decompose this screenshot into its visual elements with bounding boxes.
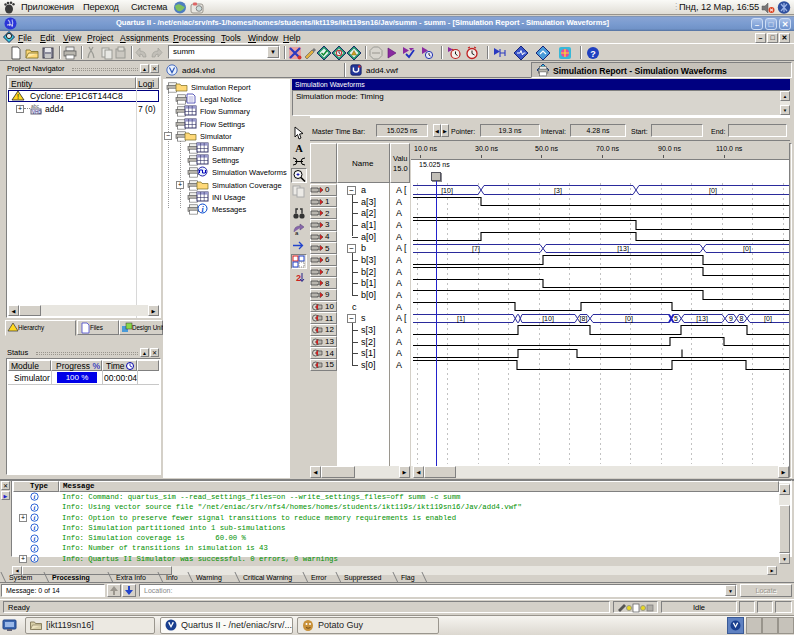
svg-text:[10]: [10]: [542, 315, 554, 323]
svg-text:[0]: [0]: [625, 315, 633, 323]
svg-text:i: i: [34, 556, 36, 563]
svg-text:[7]: [7]: [472, 245, 480, 253]
svg-text:[0]: [0]: [709, 187, 717, 195]
svg-text:i: i: [34, 545, 36, 552]
svg-text:[13]: [13]: [696, 315, 708, 323]
svg-text:[13]: [13]: [617, 245, 629, 253]
svg-text:i: i: [34, 504, 36, 511]
svg-text:VHD: VHD: [32, 110, 42, 115]
svg-text:9: 9: [729, 315, 733, 322]
svg-text:!: !: [17, 93, 19, 100]
svg-text:i: i: [34, 514, 36, 521]
svg-text:[1]: [1]: [457, 315, 465, 323]
svg-text:[8]: [8]: [580, 315, 588, 323]
svg-text:i: i: [34, 525, 36, 532]
svg-text:[0]: [0]: [743, 245, 751, 253]
svg-text:[3]: [3]: [554, 187, 562, 195]
svg-text:[0]: [0]: [764, 315, 772, 323]
svg-text:A: A: [295, 143, 303, 154]
svg-text:8: 8: [740, 315, 744, 322]
svg-text:[10]: [10]: [441, 187, 453, 195]
svg-text:?: ?: [590, 49, 596, 59]
svg-text:5: 5: [674, 315, 678, 322]
svg-text:a: a: [295, 230, 299, 236]
svg-text:abc: abc: [31, 103, 40, 109]
svg-text:2: 2: [296, 273, 301, 283]
svg-text:i: i: [34, 494, 36, 501]
svg-text:i: i: [34, 535, 36, 542]
